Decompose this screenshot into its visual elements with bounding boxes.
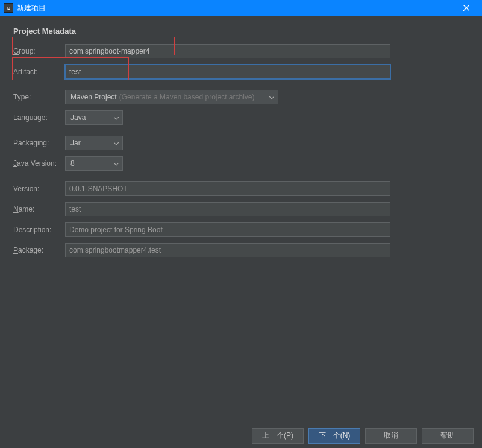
next-button[interactable]: 下一个(N) [308,428,360,444]
title-bar: IJ 新建项目 [0,0,482,16]
row-java-version: Java Version: 8 [13,156,469,171]
label-version: Version: [13,185,65,193]
type-value: Maven Project [70,93,117,101]
type-hint: (Generate a Maven based project archive) [119,93,255,101]
language-value: Java [70,113,86,122]
label-type: Type: [13,93,65,101]
group-input[interactable] [65,44,390,58]
row-name: Name: test [13,202,469,216]
label-name: Name: [13,205,65,213]
content-area: Project Metadata Group: Artifact: Type: … [0,16,482,423]
row-description: Description: Demo project for Spring Boo… [13,222,469,237]
close-button[interactable] [454,0,478,16]
label-artifact: Artifact: [13,68,65,76]
packaging-dropdown[interactable]: Jar [65,136,123,150]
package-field[interactable]: com.springbootmapper4.test [65,243,390,257]
version-field[interactable]: 0.0.1-SNAPSHOT [65,181,390,196]
java-version-dropdown[interactable]: 8 [65,156,123,171]
row-packaging: Packaging: Jar [13,136,469,150]
previous-button[interactable]: 上一个(P) [252,428,304,444]
chevron-down-icon [114,113,119,122]
app-icon: IJ [4,3,13,13]
java-version-value: 8 [70,159,75,168]
help-button[interactable]: 帮助 [422,428,474,444]
label-java-version: Java Version: [13,159,65,168]
description-field[interactable]: Demo project for Spring Boot [65,222,390,237]
chevron-down-icon [114,139,119,147]
close-icon [463,5,469,11]
label-group: Group: [13,47,65,55]
artifact-input[interactable] [65,65,390,79]
type-dropdown[interactable]: Maven Project (Generate a Maven based pr… [65,90,278,104]
label-package: Package: [13,246,65,254]
section-title: Project Metadata [13,27,469,36]
cancel-button[interactable]: 取消 [365,428,417,444]
row-package: Package: com.springbootmapper4.test [13,243,469,257]
chevron-down-icon [269,93,274,101]
label-packaging: Packaging: [13,139,65,147]
row-group: Group: [13,44,469,58]
label-language: Language: [13,113,65,122]
row-version: Version: 0.0.1-SNAPSHOT [13,181,469,196]
name-field[interactable]: test [65,202,390,216]
button-bar: 上一个(P) 下一个(N) 取消 帮助 [0,423,482,448]
language-dropdown[interactable]: Java [65,110,123,125]
window-title: 新建项目 [17,3,454,13]
chevron-down-icon [114,159,119,168]
row-artifact: Artifact: [13,65,469,79]
row-type: Type: Maven Project (Generate a Maven ba… [13,90,469,104]
row-language: Language: Java [13,110,469,125]
packaging-value: Jar [70,139,81,147]
label-description: Description: [13,226,65,234]
